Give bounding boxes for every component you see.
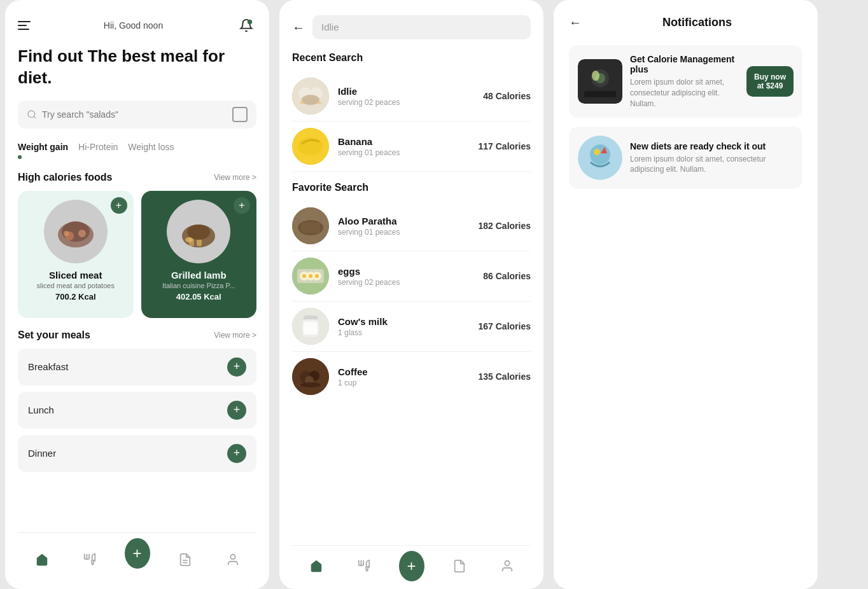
notif-back-btn[interactable]: ← xyxy=(569,15,582,30)
nav-home[interactable] xyxy=(29,547,55,572)
milk-name: Cow's milk xyxy=(338,316,470,327)
add-grilled-lamb-btn[interactable]: + xyxy=(234,197,250,214)
svg-rect-26 xyxy=(301,223,320,233)
svg-point-50 xyxy=(592,71,599,81)
grilled-lamb-kcal: 402.05 Kcal xyxy=(176,292,221,301)
nav-add-fab[interactable]: + xyxy=(125,541,150,566)
mid-fab-btn[interactable]: + xyxy=(399,551,424,581)
nav-profile[interactable] xyxy=(220,547,246,572)
idlie-calories: 48 Calories xyxy=(483,91,531,101)
notif-calorie-content: Get Calorie Management plus Lorem ipsum … xyxy=(630,54,739,109)
idlie-name: Idlie xyxy=(338,86,474,97)
diet-tabs: Weight gain Hi-Protein Weight loss xyxy=(18,141,256,159)
coffee-name: Coffee xyxy=(338,366,470,377)
banana-info: Banana serving 01 peaces xyxy=(338,136,470,157)
aloo-serving: serving 01 peaces xyxy=(338,228,470,237)
sliced-meat-kcal: 700.2 Kcal xyxy=(55,292,96,301)
milk-serving: 1 glass xyxy=(338,328,470,337)
sliced-meat-img xyxy=(44,200,108,263)
search-input-wrap[interactable] xyxy=(312,15,531,39)
sliced-meat-name: Sliced meat xyxy=(49,270,102,281)
add-lunch-btn[interactable]: + xyxy=(227,401,246,420)
search-item-idlie[interactable]: Idlie serving 02 peaces 48 Calories xyxy=(292,71,531,121)
recent-search-title: Recent Search xyxy=(292,52,531,64)
search-header: ← xyxy=(292,15,531,39)
meal-lunch[interactable]: Lunch + xyxy=(18,392,256,429)
eggs-calories: 86 Calories xyxy=(483,271,531,281)
notif-diets-img xyxy=(578,135,622,180)
meal-lunch-label: Lunch xyxy=(28,405,54,415)
search-item-eggs[interactable]: eggs serving 02 peaces 86 Calories xyxy=(292,251,531,301)
aloo-calories: 182 Calories xyxy=(479,221,531,231)
bell-icon[interactable] xyxy=(236,15,256,36)
eggs-thumb xyxy=(292,258,329,294)
back-button[interactable]: ← xyxy=(292,20,305,35)
nav-doc[interactable] xyxy=(172,547,198,572)
idlie-thumb xyxy=(292,78,329,114)
hamburger-icon[interactable] xyxy=(18,21,31,30)
svg-point-5 xyxy=(78,230,86,237)
tab-weight-loss[interactable]: Weight loss xyxy=(128,141,174,159)
mid-nav-home[interactable] xyxy=(304,553,329,579)
add-breakfast-btn[interactable]: + xyxy=(227,357,246,377)
nav-meals[interactable] xyxy=(77,547,102,572)
mid-nav-meals[interactable] xyxy=(351,553,377,579)
grilled-lamb-name: Grilled lamb xyxy=(171,270,227,281)
milk-info: Cow's milk 1 glass xyxy=(338,316,470,337)
search-bar[interactable] xyxy=(18,100,256,128)
aloo-thumb xyxy=(292,207,329,244)
coffee-thumb xyxy=(292,358,329,395)
buy-now-button[interactable]: Buy nowat $249 xyxy=(746,66,794,97)
aloo-name: Aloo Paratha xyxy=(338,216,470,226)
search-icon xyxy=(27,109,37,120)
meals-section: Set your meals View more > Breakfast + L… xyxy=(18,327,256,478)
eggs-info: eggs serving 02 peaces xyxy=(338,266,474,287)
notifications-title: Notifications xyxy=(592,16,802,29)
svg-point-11 xyxy=(185,237,193,242)
meal-dinner[interactable]: Dinner + xyxy=(18,435,256,472)
high-cal-view-more[interactable]: View more > xyxy=(214,173,256,182)
search-results: Recent Search Idlie serving 02 peaces xyxy=(292,52,531,545)
meals-view-more[interactable]: View more > xyxy=(214,331,256,340)
add-sliced-meat-btn[interactable]: + xyxy=(111,197,127,214)
svg-point-0 xyxy=(248,20,252,24)
search-item-aloo[interactable]: Aloo Paratha serving 01 peaces 182 Calor… xyxy=(292,201,531,251)
meal-breakfast[interactable]: Breakfast + xyxy=(18,349,256,385)
grilled-lamb-img xyxy=(167,200,230,263)
banana-serving: serving 01 peaces xyxy=(338,148,470,157)
meal-dinner-label: Dinner xyxy=(28,448,56,459)
search-item-milk[interactable]: Cow's milk 1 glass 167 Calories xyxy=(292,301,531,352)
banana-calories: 117 Calories xyxy=(479,141,531,151)
search-item-banana[interactable]: Banana serving 01 peaces 117 Calories xyxy=(292,121,531,172)
notif-calorie-desc: Lorem ipsum dolor sit amet, consectetur … xyxy=(630,77,739,109)
svg-point-52 xyxy=(590,144,610,165)
svg-rect-48 xyxy=(584,91,616,97)
food-cards: + Sliced meat sliced meat and potatoes 7… xyxy=(18,191,256,318)
notif-calorie-img xyxy=(578,59,622,104)
notifications-header: ← Notifications xyxy=(569,15,802,30)
search-food-input[interactable] xyxy=(321,22,522,32)
mid-nav-add[interactable]: + xyxy=(399,553,424,579)
mid-nav-doc[interactable] xyxy=(447,553,472,579)
notif-diets-title: New diets are ready check it out xyxy=(630,141,794,151)
eggs-name: eggs xyxy=(338,266,474,277)
scan-icon[interactable] xyxy=(232,107,248,122)
notification-new-diets[interactable]: New diets are ready check it out Lorem i… xyxy=(569,127,802,189)
tab-hi-protein[interactable]: Hi-Protein xyxy=(78,141,118,159)
svg-point-43 xyxy=(300,382,321,387)
svg-point-53 xyxy=(594,149,600,155)
high-cal-title: High calories foods xyxy=(18,172,112,183)
greeting-text: Hii, Good noon xyxy=(104,20,163,31)
mid-nav-profile[interactable] xyxy=(494,553,520,579)
search-input[interactable] xyxy=(42,109,227,120)
add-dinner-btn[interactable]: + xyxy=(227,444,246,463)
food-card-sliced-meat[interactable]: + Sliced meat sliced meat and potatoes 7… xyxy=(18,191,134,318)
food-card-grilled-lamb[interactable]: + Grilled lamb Italian cuisine Pizza P..… xyxy=(141,191,257,318)
notification-calorie-mgmt[interactable]: Get Calorie Management plus Lorem ipsum … xyxy=(569,45,802,118)
grilled-lamb-desc: Italian cuisine Pizza P... xyxy=(162,282,235,289)
top-bar: Hii, Good noon xyxy=(18,15,256,36)
svg-rect-21 xyxy=(316,102,321,104)
tab-weight-gain[interactable]: Weight gain xyxy=(18,141,68,159)
left-bottom-nav: + xyxy=(18,532,256,589)
search-item-coffee[interactable]: Coffee 1 cup 135 Calories xyxy=(292,352,531,401)
